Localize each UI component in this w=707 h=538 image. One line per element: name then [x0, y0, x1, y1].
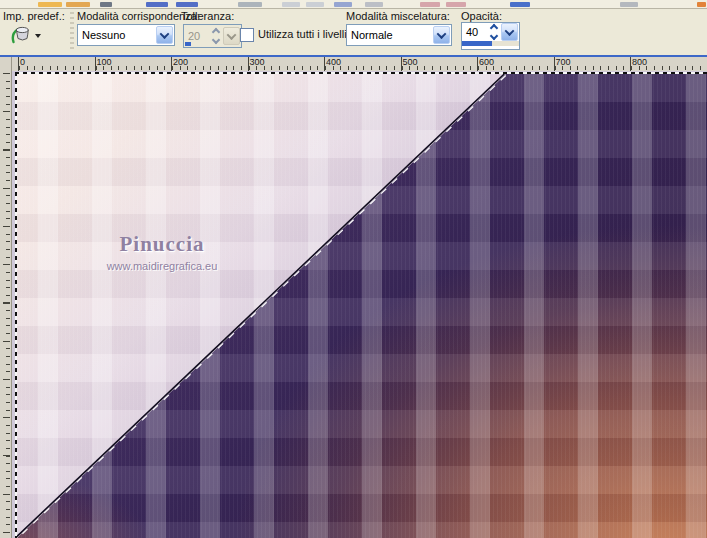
- diagonal-line: [17, 74, 707, 537]
- opacity-value: 40: [462, 26, 487, 38]
- toolbar-icon-remnant: [420, 2, 440, 7]
- tolerance-slider-button: [223, 27, 240, 45]
- toolbar-icon-remnant: [100, 2, 112, 7]
- chevron-down-icon: [227, 30, 237, 40]
- toolbar-icon-remnant: [306, 2, 324, 7]
- blend-mode-value: Normale: [347, 29, 432, 41]
- toolbar-icon-remnant: [620, 2, 638, 7]
- ruler-tick: 700: [554, 57, 555, 71]
- tool-options-toolbar: Imp. predef.: Modalità corrispondenza: N…: [0, 9, 707, 55]
- ruler-tick: 200: [171, 57, 172, 71]
- match-mode-dropdown-button[interactable]: [156, 26, 173, 44]
- opacity-progress-fill: [462, 41, 492, 46]
- ruler-tick: 500: [401, 57, 402, 71]
- opacity-spin-buttons[interactable]: [487, 24, 500, 40]
- opacity-label: Opacità:: [461, 10, 502, 22]
- ruler-tick: 0: [18, 57, 19, 71]
- toolbar-icon-remnant: [334, 2, 352, 7]
- canvas-viewport[interactable]: Pinuccia www.maidiregrafica.eu: [12, 71, 707, 538]
- toolbar-separator: [70, 12, 74, 52]
- vertical-ruler: [0, 71, 12, 538]
- ruler-tick: 300: [248, 57, 249, 71]
- blend-mode-label: Modalità miscelatura:: [346, 10, 450, 22]
- match-mode-value: Nessuno: [78, 29, 155, 41]
- ruler-tick: 100: [95, 57, 96, 71]
- selection-marching-ants-top: [15, 72, 707, 74]
- ruler-tick: 800: [630, 57, 631, 71]
- tolerance-spin-buttons: [209, 28, 222, 44]
- upper-toolbar-remnant: [0, 0, 707, 9]
- horizontal-ruler: 0100200300400500600700800: [12, 57, 707, 72]
- image-canvas[interactable]: Pinuccia www.maidiregrafica.eu: [17, 74, 707, 538]
- selection-marching-ants-left: [15, 72, 17, 538]
- toolbar-icon-remnant: [146, 2, 168, 7]
- paint-shop-pro-window: Imp. predef.: Modalità corrispondenza: N…: [0, 0, 707, 538]
- toolbar-icon-remnant: [38, 2, 62, 7]
- toolbar-icon-remnant: [510, 2, 530, 7]
- tolerance-spinner: 20: [183, 24, 242, 48]
- use-all-layers-label[interactable]: Utilizza tutti i livelli: [258, 28, 347, 40]
- opacity-slider-button[interactable]: [501, 23, 518, 41]
- ruler-tick: 400: [324, 57, 325, 71]
- opacity-progress-bar: [462, 41, 519, 46]
- preset-flood-fill-button[interactable]: [4, 23, 40, 49]
- flood-fill-bucket-icon: [10, 25, 32, 47]
- spin-down-icon: [211, 36, 219, 44]
- chevron-down-icon: [160, 29, 170, 39]
- toolbar-icon-remnant: [446, 2, 466, 7]
- spin-down-icon: [489, 32, 497, 40]
- toolbar-icon-remnant: [66, 2, 90, 7]
- tolerance-value: 20: [184, 30, 209, 42]
- chevron-down-icon: [437, 29, 447, 39]
- blend-mode-select[interactable]: Normale: [346, 24, 452, 46]
- tolerance-progress-nub: [185, 42, 191, 46]
- toolbar-icon-remnant: [282, 2, 300, 7]
- toolbar-icon-remnant: [697, 2, 706, 7]
- match-mode-select[interactable]: Nessuno: [77, 24, 175, 46]
- ruler-corner: [0, 57, 12, 72]
- use-all-layers-checkbox[interactable]: [240, 28, 254, 42]
- preset-dropdown-caret-icon: [35, 34, 41, 38]
- toolbar-icon-remnant: [176, 2, 198, 7]
- toolbar-icon-remnant: [238, 2, 262, 7]
- toolbar-icon-remnant: [365, 2, 383, 7]
- chevron-down-icon: [505, 26, 515, 36]
- opacity-spinner[interactable]: 40: [461, 22, 520, 50]
- preset-label: Imp. predef.:: [3, 10, 65, 22]
- blend-mode-dropdown-button[interactable]: [433, 26, 450, 44]
- tolerance-label: Tolleranza:: [181, 10, 234, 22]
- ruler-tick: 600: [477, 57, 478, 71]
